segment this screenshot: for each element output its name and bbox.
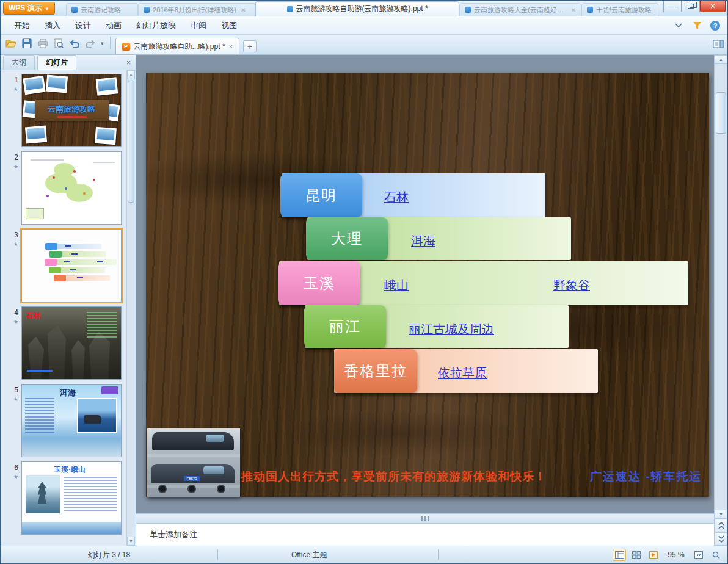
menu-slideshow[interactable]: 幻灯片放映 [129,18,183,34]
close-button[interactable]: ✕ [700,1,726,12]
menu-home[interactable]: 开始 [7,18,37,34]
tab-outline[interactable]: 大纲 [3,55,35,70]
transition-star-icon: ★ [2,474,18,480]
slide-thumbnail-2[interactable] [21,151,122,225]
open-file-button[interactable] [4,37,18,50]
close-document-icon[interactable]: × [229,43,233,50]
next-slide-button[interactable] [715,532,727,546]
editor-column: 昆明 石林 大理 洱海 玉溪 峨山 野象谷 丽江 丽江古城及周边 香格里拉 依拉… [136,55,714,546]
menu-insert[interactable]: 插入 [37,18,68,34]
link-lijiang-oldtown[interactable]: 丽江古城及周边 [409,321,494,338]
slide-thumbnail-row: 5 ★ 洱海 [2,384,125,457]
transition-star-icon: ★ [2,319,18,325]
document-tab-active[interactable]: 云南旅游攻略自助游(云南旅游攻略).ppt * [255,1,459,16]
previous-slide-button[interactable] [715,519,727,532]
scroll-up-icon[interactable]: ▲ [127,70,135,79]
slide-3[interactable]: 昆明 石林 大理 洱海 玉溪 峨山 野象谷 丽江 丽江古城及周边 香格里拉 依拉… [146,73,709,497]
menu-design[interactable]: 设计 [68,18,98,34]
notes-placeholder: 单击添加备注 [150,530,197,539]
notes-splitter[interactable] [136,513,714,524]
wps-app-button[interactable]: WPS 演示 ▾ [3,2,55,15]
license-plate: F8573 [184,476,200,481]
window-title: 云南旅游攻略自助游(云南旅游攻略).ppt * [296,4,428,14]
slide-canvas[interactable]: 昆明 石林 大理 洱海 玉溪 峨山 野象谷 丽江 丽江古城及周边 香格里拉 依拉… [136,55,714,513]
tab-slides[interactable]: 幻灯片 [37,55,76,70]
print-button[interactable] [36,37,49,50]
sidebar-scrollbar-thumb[interactable] [128,81,134,203]
task-pane-toggle[interactable] [713,40,724,54]
open-document-tab[interactable]: P 云南旅游攻略自助...略).ppt * × [115,38,239,54]
city-box-dali[interactable]: 大理 [306,217,388,260]
slide-thumbnail-row: 2 ★ [2,151,125,225]
slide-slogan-text[interactable]: 推动国人出行方式，享受前所未有的旅游新体验和快乐！ [241,469,587,485]
city-box-kunming[interactable]: 昆明 [280,173,362,217]
scroll-down-icon[interactable]: ▼ [127,537,135,546]
wps-presentation-window: WPS 演示 ▾ 云南游记攻略 2016年8月份出行(详细攻略) ✕ 云南旅游攻… [0,0,728,564]
notes-pane[interactable]: 单击添加备注 [136,524,714,546]
print-preview-button[interactable] [52,37,65,50]
city-box-shangrila[interactable]: 香格里拉 [334,349,417,393]
slide-thumbnail-5[interactable]: 洱海 [21,384,122,457]
slide-thumbnail-1[interactable]: 云南旅游攻略 [21,74,122,147]
close-tab-icon[interactable]: ✕ [241,7,246,13]
link-yila-grassland[interactable]: 依拉草原 [438,365,487,381]
filter-icon[interactable] [691,20,703,31]
menu-review[interactable]: 审阅 [183,18,214,34]
save-button[interactable] [20,37,34,50]
text-block-art [25,398,54,433]
document-tab-4[interactable]: 云南旅游攻略大全(云南超好玩...) ✕ [459,3,581,16]
slideshow-button[interactable] [647,549,660,561]
text-block-art [64,477,117,511]
map-legend-art [26,208,44,219]
fit-to-window-button[interactable] [692,549,705,561]
close-panel-icon[interactable]: × [126,59,131,67]
redo-button[interactable] [84,37,97,50]
sidebar-scrollbar[interactable]: ▲ ▼ [126,70,135,546]
undo-button[interactable] [68,37,81,50]
link-yexianggu[interactable]: 野象谷 [553,277,590,294]
normal-view-button[interactable] [613,549,626,561]
titlebar: WPS 演示 ▾ 云南游记攻略 2016年8月份出行(详细攻略) ✕ 云南旅游攻… [1,1,727,16]
scroll-down-icon[interactable]: ▼ [715,510,727,519]
window-controls: — ✕ [663,1,726,12]
sea-photo-art [77,398,117,433]
document-icon [287,6,293,12]
scrollbar-thumb[interactable] [716,92,726,134]
new-document-button[interactable]: + [243,40,257,52]
zoom-dialog-button[interactable] [709,549,723,561]
restore-button[interactable] [682,1,700,12]
menu-view[interactable]: 视图 [214,18,244,34]
menu-animation[interactable]: 动画 [98,18,129,34]
help-icon[interactable]: ? [709,20,721,31]
workspace: 大纲 幻灯片 × 1 ★ 云南旅游攻略 [1,55,727,546]
slide-thumbnail-6[interactable]: 玉溪·峨山 [21,461,122,535]
toolbar-options-icon[interactable]: ▾ [100,40,105,46]
document-icon [587,7,593,13]
photo-collage-art [23,76,45,95]
city-box-lijiang[interactable]: 丽江 [304,305,386,348]
close-tab-icon[interactable]: ✕ [571,7,576,13]
slide-panel: 大纲 幻灯片 × 1 ★ 云南旅游攻略 [1,55,136,546]
link-erhai[interactable]: 洱海 [411,233,435,250]
document-tab-2[interactable]: 2016年8月份出行(详细攻略) ✕ [138,3,255,16]
slide-thumbnail-4[interactable]: 石林 [21,306,122,380]
minimize-button[interactable]: — [663,1,682,12]
city-box-yuxi[interactable]: 玉溪 [278,261,360,305]
document-tab-5[interactable]: 干货!云南旅游攻略 [581,3,658,16]
water-art [22,522,121,534]
link-eshan[interactable]: 峨山 [384,277,409,294]
slide-sorter-view-button[interactable] [630,549,643,561]
pagoda-art [38,482,46,504]
car-carrier-photo[interactable]: F8573 [147,428,240,497]
slide-thumbnail-3-selected[interactable] [21,229,122,302]
subtitle-art [57,116,87,118]
scroll-up-icon[interactable]: ▲ [715,55,727,64]
document-tab-1[interactable]: 云南游记攻略 [66,3,138,16]
slide-brand-text[interactable]: 广运速达 -轿车托运 [590,469,702,485]
collapse-ribbon-icon[interactable] [672,20,685,31]
boat-art [84,415,101,424]
scrollbar-track[interactable] [715,64,727,510]
link-shilin[interactable]: 石林 [384,189,409,206]
slide-thumbnail-row: 4 ★ 石林 [2,306,125,380]
vertical-scrollbar[interactable]: ▲ ▼ [714,55,727,546]
